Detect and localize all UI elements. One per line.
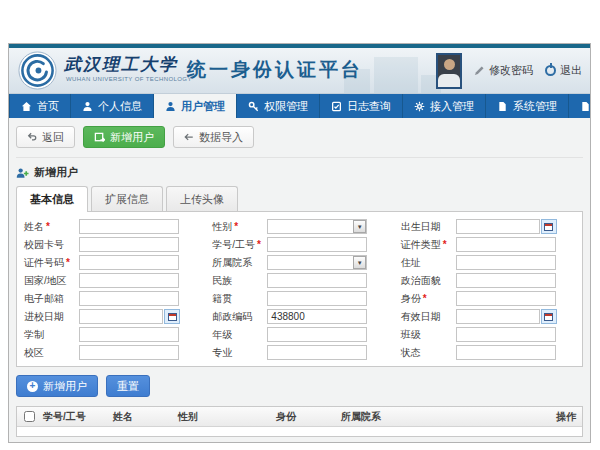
nav-item-access-management[interactable]: 接入管理 bbox=[403, 94, 486, 118]
power-icon bbox=[545, 65, 556, 76]
field-label: 住址 bbox=[396, 256, 456, 270]
add-user-submit-button[interactable]: 新增用户 bbox=[16, 375, 98, 397]
nav-item-system-management[interactable]: 系统管理 bbox=[486, 94, 569, 118]
tab-basic-info[interactable]: 基本信息 bbox=[16, 186, 88, 212]
reset-button[interactable]: 重置 bbox=[106, 375, 150, 397]
calendar-icon[interactable] bbox=[541, 309, 557, 324]
user-icon bbox=[82, 101, 93, 112]
ethnicity-input[interactable] bbox=[267, 273, 367, 288]
field-label: 校园卡号 bbox=[19, 238, 79, 252]
tab-upload-avatar[interactable]: 上传头像 bbox=[166, 186, 238, 211]
field-gender: 性别* ▼ bbox=[207, 219, 391, 234]
logout-label: 退出 bbox=[560, 63, 582, 78]
nav-label: 权限管理 bbox=[264, 99, 308, 114]
chevron-down-icon[interactable]: ▼ bbox=[353, 220, 366, 233]
nav-item-log-query[interactable]: 日志查询 bbox=[320, 94, 403, 118]
nav-item-home[interactable]: 首页 bbox=[9, 94, 71, 118]
gender-select[interactable] bbox=[267, 219, 367, 234]
field-label: 班级 bbox=[396, 328, 456, 342]
major-input[interactable] bbox=[267, 345, 367, 360]
logout-link[interactable]: 退出 bbox=[545, 63, 582, 78]
campus-card-input[interactable] bbox=[79, 237, 179, 252]
student-id-input[interactable] bbox=[267, 237, 367, 252]
main-nav: 首页 个人信息 用户管理 权限管理 日志查询 接入管理 系统管理 订阅管理 bbox=[9, 94, 590, 118]
header-user-area: 修改密码 退出 bbox=[436, 48, 582, 93]
field-label: 证件类型* bbox=[396, 238, 456, 252]
data-import-label: 数据导入 bbox=[199, 130, 243, 145]
field-native-place: 籍贯 bbox=[207, 291, 391, 306]
field-label: 证件号码* bbox=[19, 256, 79, 270]
school-system-input[interactable] bbox=[79, 327, 179, 342]
section-title: 新增用户 bbox=[34, 165, 78, 180]
field-label: 电子邮箱 bbox=[19, 292, 79, 306]
select-all-checkbox[interactable] bbox=[24, 411, 35, 422]
brand-header: 武汉理工大学 WUHAN UNIVERSITY OF TECHNOLOGY 统一… bbox=[9, 48, 590, 94]
entry-date-input[interactable] bbox=[79, 309, 163, 324]
column-name: 姓名 bbox=[111, 410, 176, 424]
field-label: 邮政编码 bbox=[207, 310, 267, 324]
add-user-toolbar-button[interactable]: 新增用户 bbox=[83, 126, 165, 148]
back-label: 返回 bbox=[42, 130, 64, 145]
nav-label: 订阅管理 bbox=[596, 99, 600, 114]
nav-label: 用户管理 bbox=[181, 99, 225, 114]
field-label: 进校日期 bbox=[19, 310, 79, 324]
name-input[interactable] bbox=[79, 219, 179, 234]
calendar-icon[interactable] bbox=[164, 309, 180, 324]
field-label: 专业 bbox=[207, 346, 267, 360]
column-operation: 操作 bbox=[554, 410, 582, 424]
id-type-input[interactable] bbox=[456, 237, 556, 252]
column-gender: 性别 bbox=[176, 410, 274, 424]
native-place-input[interactable] bbox=[267, 291, 367, 306]
field-student-id: 学号/工号* bbox=[207, 237, 391, 252]
class-input[interactable] bbox=[456, 327, 556, 342]
user-icon bbox=[165, 101, 176, 112]
address-input[interactable] bbox=[456, 255, 556, 270]
political-status-input[interactable] bbox=[456, 273, 556, 288]
calendar-icon[interactable] bbox=[541, 219, 557, 234]
log-icon bbox=[331, 101, 342, 112]
grade-input[interactable] bbox=[267, 327, 367, 342]
postal-code-input[interactable] bbox=[267, 309, 367, 324]
email-input[interactable] bbox=[79, 291, 179, 306]
department-select[interactable] bbox=[267, 255, 367, 270]
doc-icon bbox=[497, 101, 508, 112]
field-campus: 校区 bbox=[19, 345, 203, 360]
change-password-label: 修改密码 bbox=[489, 63, 533, 78]
reset-label: 重置 bbox=[117, 379, 139, 394]
field-email: 电子邮箱 bbox=[19, 291, 203, 306]
import-arrow-icon bbox=[184, 132, 194, 142]
country-input[interactable] bbox=[79, 273, 179, 288]
column-department: 所属院系 bbox=[339, 410, 554, 424]
id-number-input[interactable] bbox=[79, 255, 179, 270]
nav-item-permission-management[interactable]: 权限管理 bbox=[237, 94, 320, 118]
identity-input[interactable] bbox=[456, 291, 556, 306]
field-label: 身份* bbox=[396, 292, 456, 306]
nav-item-subscription-management[interactable]: 订阅管理 bbox=[569, 94, 600, 118]
field-status: 状态 bbox=[396, 345, 580, 360]
nav-label: 接入管理 bbox=[430, 99, 474, 114]
user-avatar bbox=[436, 53, 462, 89]
status-input[interactable] bbox=[456, 345, 556, 360]
field-address: 住址 bbox=[396, 255, 580, 270]
change-password-link[interactable]: 修改密码 bbox=[474, 63, 533, 78]
tab-extended-info[interactable]: 扩展信息 bbox=[91, 186, 163, 211]
app-window: 武汉理工大学 WUHAN UNIVERSITY OF TECHNOLOGY 统一… bbox=[8, 43, 591, 443]
data-import-button[interactable]: 数据导入 bbox=[173, 126, 254, 148]
field-school-system: 学制 bbox=[19, 327, 203, 342]
birth-date-input[interactable] bbox=[456, 219, 540, 234]
gear-icon bbox=[414, 101, 425, 112]
field-grade: 年级 bbox=[207, 327, 391, 342]
back-button[interactable]: 返回 bbox=[16, 126, 75, 148]
campus-input[interactable] bbox=[79, 345, 179, 360]
nav-label: 日志查询 bbox=[347, 99, 391, 114]
add-user-icon bbox=[16, 167, 29, 179]
nav-item-personal-info[interactable]: 个人信息 bbox=[71, 94, 154, 118]
basic-info-form: 姓名* 性别* ▼ 出生日期 校园卡号 学号/工号* 证件类型* bbox=[16, 211, 583, 367]
field-label: 学制 bbox=[19, 328, 79, 342]
chevron-down-icon[interactable]: ▼ bbox=[353, 256, 366, 269]
form-grid: 姓名* 性别* ▼ 出生日期 校园卡号 学号/工号* 证件类型* bbox=[19, 219, 580, 360]
nav-label: 个人信息 bbox=[98, 99, 142, 114]
valid-date-input[interactable] bbox=[456, 309, 540, 324]
nav-label: 系统管理 bbox=[513, 99, 557, 114]
nav-item-user-management[interactable]: 用户管理 bbox=[154, 94, 237, 118]
